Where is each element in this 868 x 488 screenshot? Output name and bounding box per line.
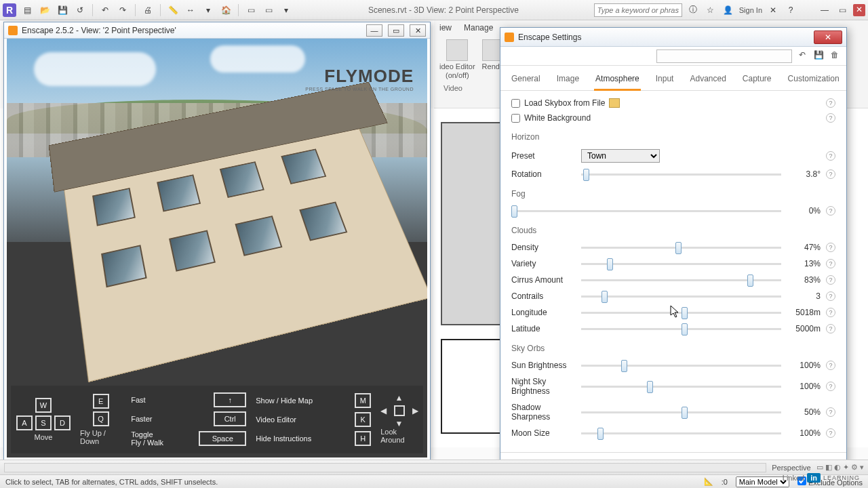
measure-icon[interactable]: 📏 (166, 3, 180, 17)
film-icon (446, 39, 468, 61)
tab-image[interactable]: Image (555, 71, 580, 90)
window-minimize-icon[interactable]: — (818, 3, 831, 17)
help-icon[interactable]: ? (826, 98, 835, 108)
tab-input[interactable]: Input (654, 71, 675, 90)
help-icon[interactable]: ? (826, 324, 835, 333)
key-h: H (355, 431, 371, 446)
sync-icon[interactable]: ↺ (73, 3, 87, 17)
help-icon[interactable]: ? (826, 308, 835, 317)
save-icon[interactable]: 💾 (812, 50, 825, 62)
window-close-icon[interactable]: ✕ (853, 4, 865, 16)
revit-logo-icon[interactable]: R (3, 3, 16, 17)
delete-icon[interactable]: 🗑 (829, 50, 841, 62)
user-icon[interactable]: 👤 (722, 3, 735, 17)
selection-icon[interactable]: 📐 (704, 477, 713, 486)
load-skybox-label: Load Skybox from File (524, 98, 605, 108)
help-icon[interactable]: ? (826, 259, 835, 268)
open-icon[interactable]: 📂 (38, 3, 52, 17)
rotation-slider[interactable] (581, 174, 781, 176)
enscape-logo-icon (8, 26, 18, 35)
close-icon[interactable]: ✕ (410, 24, 426, 37)
night-sky-slider[interactable] (581, 386, 781, 388)
home-icon[interactable]: 🏠 (219, 3, 233, 17)
document-title: Scenes.rvt - 3D View: 2 Point Perspectiv… (297, 5, 590, 15)
density-slider[interactable] (581, 247, 781, 249)
tab-general[interactable]: General (510, 71, 542, 90)
design-option-select[interactable]: Main Model (736, 476, 789, 487)
help-icon[interactable]: ? (826, 407, 835, 417)
cirrus-slider[interactable] (581, 279, 781, 281)
floor-plan-fragment (441, 122, 502, 325)
longitude-slider[interactable] (581, 312, 781, 314)
contrails-slider[interactable] (581, 296, 781, 298)
speed-controls: Fast↑ FasterCtrl ToggleFly / WalkSpace (131, 392, 246, 447)
preset-selector[interactable] (656, 49, 792, 63)
view-icons[interactable]: ▭ ◧ ◐ ✦ ⚙ ▾ (816, 463, 864, 472)
tab-customization[interactable]: Customization (787, 71, 841, 90)
enscape-settings-dialog: Enscape Settings ✕ ↶ 💾 🗑 General Image A… (500, 27, 847, 483)
help-icon[interactable]: ? (826, 169, 835, 179)
settings-toolbar: ↶ 💾 🗑 (500, 47, 846, 66)
load-skybox-checkbox[interactable] (511, 99, 520, 108)
video-editor-button[interactable]: ideo Editor (on/off) (439, 39, 475, 80)
exchange-icon[interactable]: ✕ (766, 3, 780, 17)
close-icon[interactable]: ✕ (814, 30, 842, 44)
search-input[interactable] (594, 3, 682, 17)
maximize-icon[interactable]: ▭ (388, 24, 404, 37)
align-icon[interactable]: ↔ (184, 3, 197, 17)
more-icon[interactable]: ▾ (279, 3, 293, 17)
clouds-section: Clouds (511, 226, 835, 235)
ribbon-tab[interactable]: Manage (464, 23, 493, 33)
variety-slider[interactable] (581, 263, 781, 265)
tab-capture[interactable]: Capture (741, 71, 773, 90)
redo-icon[interactable]: ↷ (116, 3, 130, 17)
print-icon[interactable]: 🖨 (141, 3, 155, 17)
tab-atmosphere[interactable]: Atmosphere (594, 71, 641, 91)
help-icon[interactable]: ? (826, 382, 835, 391)
info-icon[interactable]: ⓘ (686, 3, 700, 17)
help-icon[interactable]: ? (826, 291, 835, 301)
close-hidden-icon[interactable]: ▭ (262, 3, 275, 17)
star-icon[interactable]: ☆ (704, 3, 717, 17)
white-background-checkbox[interactable] (511, 114, 520, 123)
enscape-titlebar[interactable]: Enscape 2.5.2 - View: '2 Point Perspecti… (4, 22, 430, 39)
moon-size-slider[interactable] (581, 432, 781, 434)
view-type-label[interactable]: Perspective (772, 464, 810, 472)
latitude-slider[interactable] (581, 328, 781, 330)
help-icon[interactable]: ? (784, 3, 797, 17)
help-icon[interactable]: ? (826, 151, 835, 161)
tab-advanced[interactable]: Advanced (688, 71, 727, 90)
shadow-sharpness-slider[interactable] (581, 411, 781, 413)
settings-title: Enscape Settings (518, 33, 810, 42)
undo-icon[interactable]: ↶ (98, 3, 112, 17)
file-icon[interactable]: ▤ (20, 3, 34, 17)
key-w: W (35, 398, 52, 413)
back-icon[interactable]: ↶ (796, 50, 808, 62)
settings-titlebar[interactable]: Enscape Settings ✕ (500, 28, 846, 47)
ribbon-tab[interactable]: iew (439, 23, 452, 33)
folder-icon[interactable] (609, 98, 620, 108)
help-icon[interactable]: ? (826, 243, 835, 252)
help-icon[interactable]: ? (826, 206, 835, 216)
preset-select[interactable]: Town (581, 149, 660, 163)
fog-slider[interactable] (511, 210, 781, 212)
sign-in-link[interactable]: Sign In (739, 6, 762, 14)
key-d: D (54, 415, 71, 430)
flymode-overlay: FLYMODE PRESS SPACE TO WALK ON THE GROUN… (305, 66, 414, 92)
enscape-window-title: Enscape 2.5.2 - View: '2 Point Perspecti… (22, 26, 361, 35)
switch-icon[interactable]: ▭ (244, 3, 258, 17)
horizontal-scrollbar[interactable] (4, 463, 766, 472)
help-icon[interactable]: ? (826, 428, 835, 438)
save-icon[interactable]: 💾 (56, 3, 69, 17)
window-restore-icon[interactable]: ▭ (835, 3, 849, 17)
key-space: Space (199, 431, 246, 446)
minimize-icon[interactable]: — (366, 24, 382, 37)
sun-brightness-slider[interactable] (581, 365, 781, 367)
help-icon[interactable]: ? (826, 275, 835, 285)
help-icon[interactable]: ? (826, 113, 835, 123)
tag-icon[interactable]: ▾ (201, 3, 215, 17)
enscape-3d-viewport[interactable]: FLYMODE PRESS SPACE TO WALK ON THE GROUN… (7, 39, 427, 458)
key-s: S (35, 415, 52, 430)
fog-section: Fog (511, 189, 835, 199)
help-icon[interactable]: ? (826, 361, 835, 370)
